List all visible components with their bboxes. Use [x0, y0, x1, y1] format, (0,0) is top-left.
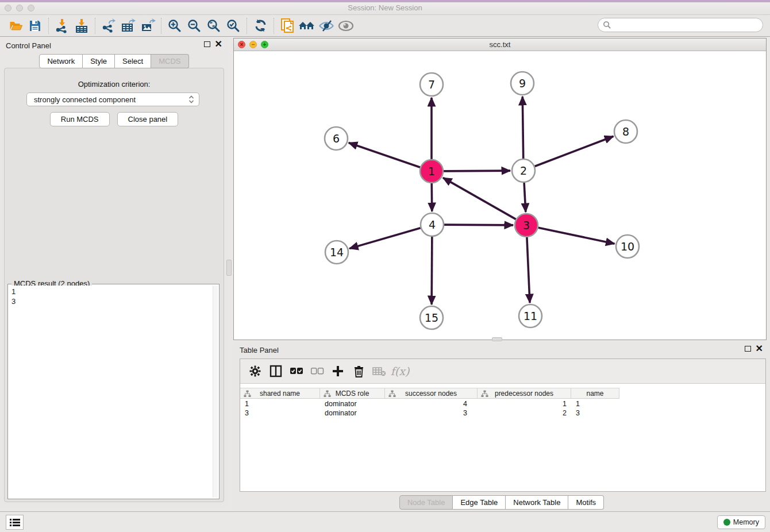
table-cell[interactable]: dominator — [320, 399, 385, 408]
mcds-result-scrollbar[interactable] — [213, 286, 218, 498]
task-history-button[interactable] — [6, 515, 24, 530]
edge-4-15[interactable] — [432, 237, 432, 304]
table-cell[interactable]: 3 — [385, 408, 478, 418]
memory-button[interactable]: Memory — [717, 515, 765, 529]
save-session-icon[interactable] — [25, 17, 45, 34]
column-header-successor-nodes[interactable]: successor nodes — [385, 388, 478, 398]
import-table-icon[interactable] — [72, 17, 91, 34]
mcds-result-text: 1 3 — [9, 286, 212, 498]
close-panel-button[interactable]: Close panel — [117, 112, 179, 126]
column-header-shared-name[interactable]: shared name — [240, 388, 320, 398]
search-box[interactable] — [598, 18, 763, 32]
export-network-icon[interactable] — [99, 17, 118, 34]
network-graph: 7968124314101511 — [234, 51, 766, 340]
select-stepper-icon — [188, 95, 194, 104]
table-toolbar: f(x) — [240, 359, 765, 384]
table-header-row: shared nameMCDS rolesuccessor nodesprede… — [240, 388, 619, 399]
table-row[interactable]: 1dominator411 — [240, 399, 765, 408]
window-title: Session: New Session — [0, 3, 770, 12]
node-label-8: 8 — [622, 125, 629, 138]
table-cell[interactable]: 1 — [571, 399, 619, 408]
edge-1-4[interactable] — [432, 183, 432, 211]
column-label: shared name — [260, 390, 300, 398]
select-all-columns-icon[interactable] — [287, 363, 306, 380]
open-session-icon[interactable] — [6, 17, 25, 34]
tab-mcds[interactable]: MCDS — [151, 54, 188, 68]
edge-1-2[interactable] — [444, 171, 510, 171]
table-panel-tabs: Node TableEdge TableNetwork TableMotifs — [233, 495, 770, 510]
node-label-1: 1 — [428, 165, 435, 178]
add-column-icon[interactable] — [329, 363, 347, 380]
table-cell[interactable]: 1 — [240, 399, 320, 408]
edge-3-1[interactable] — [443, 178, 516, 219]
table-panel-title: Table Panel — [240, 346, 279, 354]
column-header-name[interactable]: name — [571, 388, 619, 398]
hide-panel-eye-icon[interactable] — [317, 17, 336, 34]
table-cell[interactable]: 3 — [240, 408, 320, 418]
float-panel-icon[interactable] — [204, 41, 210, 47]
network-window-title: scc.txt — [234, 40, 766, 49]
column-header-predecessor-nodes[interactable]: predecessor nodes — [478, 388, 571, 398]
horizontal-splitter-grip[interactable] — [492, 337, 502, 341]
column-sort-icon — [324, 390, 331, 398]
status-bar: Memory — [0, 511, 770, 532]
zoom-out-icon[interactable] — [184, 17, 204, 34]
network-window-titlebar[interactable]: × – + scc.txt — [234, 38, 766, 51]
tab-select[interactable]: Select — [115, 54, 151, 68]
edge-1-6[interactable] — [349, 142, 420, 167]
tab-node-table[interactable]: Node Table — [399, 495, 453, 510]
duplicate-network-icon[interactable] — [278, 17, 297, 34]
split-view-icon[interactable] — [267, 363, 285, 380]
node-table: f(x) shared nameMCDS rolesuccessor nodes… — [240, 358, 766, 492]
search-icon — [603, 21, 611, 29]
edge-2-8[interactable] — [535, 136, 614, 166]
import-network-icon[interactable] — [52, 17, 72, 34]
tab-network-table[interactable]: Network Table — [506, 495, 568, 510]
deselect-all-columns-icon[interactable] — [308, 363, 326, 380]
table-cell[interactable]: 4 — [385, 399, 478, 408]
close-table-panel-icon[interactable]: ✕ — [756, 346, 763, 352]
settings-gear-icon[interactable] — [246, 363, 264, 380]
table-cell[interactable]: 3 — [571, 408, 619, 418]
zoom-in-icon[interactable] — [165, 17, 184, 34]
mcds-panel: Optimization criterion: strongly connect… — [4, 68, 224, 502]
float-table-panel-icon[interactable] — [745, 346, 751, 352]
show-panel-eye-icon[interactable] — [336, 17, 356, 34]
node-label-7: 7 — [428, 78, 435, 91]
close-panel-icon[interactable]: ✕ — [215, 41, 222, 47]
delete-column-trash-icon[interactable] — [349, 363, 368, 380]
edge-3-11[interactable] — [527, 237, 530, 303]
zoom-fit-icon[interactable] — [204, 17, 224, 34]
table-cell[interactable]: dominator — [320, 408, 385, 418]
refresh-icon[interactable] — [251, 17, 270, 34]
tab-style[interactable]: Style — [83, 54, 115, 68]
tab-network[interactable]: Network — [39, 54, 83, 68]
edge-3-10[interactable] — [538, 228, 615, 244]
network-canvas[interactable]: 7968124314101511 — [234, 51, 766, 340]
column-header-MCDS-role[interactable]: MCDS role — [320, 388, 385, 398]
export-image-icon[interactable] — [138, 17, 157, 34]
tab-motifs[interactable]: Motifs — [568, 495, 604, 510]
vertical-splitter-grip[interactable] — [226, 260, 232, 276]
mcds-result-box: MCDS result (2 nodes) 1 3 — [7, 284, 220, 499]
edge-4-14[interactable] — [349, 228, 421, 249]
table-cell[interactable]: 2 — [478, 408, 571, 418]
node-label-10: 10 — [621, 240, 634, 253]
optimization-criterion-select[interactable]: strongly connected component — [26, 92, 199, 106]
edge-2-9[interactable] — [522, 97, 523, 159]
tab-edge-table[interactable]: Edge Table — [453, 495, 506, 510]
table-row[interactable]: 3dominator323 — [240, 408, 765, 418]
column-sort-icon — [244, 390, 251, 398]
window-top-strip — [0, 0, 770, 2]
network-window: × – + scc.txt 7968124314101511 — [233, 38, 767, 340]
run-mcds-button[interactable]: Run MCDS — [50, 112, 110, 126]
export-table-icon[interactable] — [118, 17, 138, 34]
zoom-selected-icon[interactable] — [224, 17, 243, 34]
table-cell[interactable]: 1 — [478, 399, 571, 408]
edge-2-3[interactable] — [524, 183, 526, 212]
list-icon — [10, 518, 20, 527]
control-panel-title: Control Panel — [6, 41, 51, 50]
table-rows: 1dominator4113dominator323 — [240, 399, 765, 418]
edge-4-3[interactable] — [444, 225, 513, 225]
home-views-icon[interactable] — [297, 17, 317, 34]
